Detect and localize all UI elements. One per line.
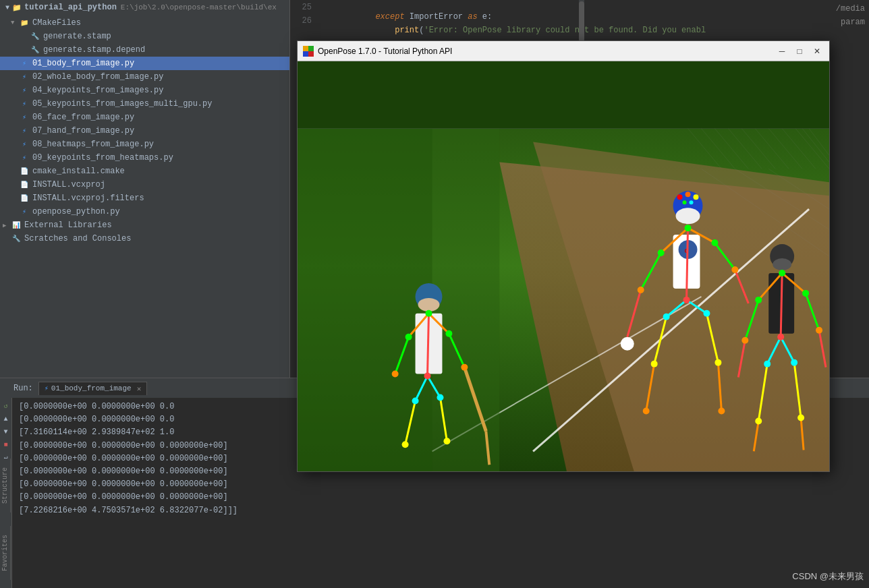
tree-item-install-vcxproj-filters[interactable]: 📄 INSTALL.vcxproj.filters (0, 192, 289, 205)
svg-point-88 (797, 414, 804, 421)
scroll-up-button[interactable]: ▲ (1, 413, 11, 424)
py-icon-openpose: ⚡ (19, 206, 30, 217)
tree-item-07-hand[interactable]: ⚡ 07_hand_from_image.py (0, 124, 289, 138)
py-icon-04: ⚡ (19, 85, 30, 96)
cmake-icon-2: 🔧 (30, 45, 40, 55)
scroll-down-button[interactable]: ▼ (1, 426, 11, 437)
tree-item-cmake-install[interactable]: 📄 cmake_install.cmake (0, 165, 289, 178)
tree-item-05-keypoints-multi[interactable]: ⚡ 05_keypoints_from_images_multi_gpu.py (0, 97, 289, 111)
output-line-9: [7.2268216e+00 4.7503571e+02 6.8322077e-… (19, 504, 862, 517)
structure-tab[interactable]: Structure (0, 459, 11, 512)
collapse-arrow[interactable]: ▼ (5, 4, 9, 11)
line-num-26: 26 (290, 16, 317, 26)
svg-point-45 (621, 337, 634, 351)
py-icon-01: ⚡ (19, 58, 30, 69)
svg-point-79 (779, 270, 785, 276)
favorites-label: Favorites (1, 535, 9, 571)
svg-point-82 (741, 337, 748, 344)
run-tab-close[interactable]: ✕ (137, 384, 142, 393)
svg-point-86 (791, 359, 797, 366)
label-install-vcxproj-filters: INSTALL.vcxproj.filters (32, 194, 144, 203)
label-generate-stamp-depend: generate.stamp.depend (43, 45, 145, 55)
tree-item-04-keypoints[interactable]: ⚡ 04_keypoints_from_images.py (0, 84, 289, 97)
tree-item-06-face[interactable]: ⚡ 06_face_from_image.py (0, 111, 289, 124)
svg-point-52 (663, 314, 670, 320)
sidebar: ▼ 📁 tutorial_api_python E:\job\2.0\openp… (0, 0, 290, 378)
sidebar-scrollbar-thumb[interactable] (579, 1, 584, 42)
tree-item-scratches[interactable]: 🔧 Scratches and Consoles (0, 232, 289, 245)
svg-point-134 (424, 373, 431, 380)
svg-point-85 (764, 361, 770, 368)
tree-item-external-libs[interactable]: ▶ 📊 External Libraries (0, 218, 289, 232)
tree-item-install-vcxproj[interactable]: 📄 INSTALL.vcxproj (0, 178, 289, 192)
svg-point-133 (461, 364, 468, 371)
rerun-button[interactable]: ↺ (1, 401, 11, 411)
svg-point-130 (405, 334, 412, 341)
svg-point-135 (412, 398, 419, 405)
svg-point-87 (755, 417, 762, 424)
tree-item-generate-stamp[interactable]: 🔧 generate.stamp (0, 30, 289, 43)
label-01-body: 01_body_from_image.py (32, 59, 134, 68)
file-icon-install: 📄 (19, 179, 30, 190)
svg-point-50 (731, 266, 738, 273)
maximize-button[interactable]: □ (793, 45, 806, 58)
py-icon-09: ⚡ (19, 152, 30, 163)
svg-point-60 (694, 194, 699, 200)
run-label: Run: (13, 384, 33, 393)
partial-param: param (839, 13, 866, 31)
svg-point-80 (755, 297, 762, 303)
tree-item-cmake-files[interactable]: ▼ 📁 CMakeFiles (0, 16, 289, 30)
svg-rect-3 (308, 51, 314, 57)
window-title: OpenPose 1.7.0 - Tutorial Python API (318, 47, 771, 56)
svg-point-131 (445, 330, 452, 337)
label-04-keypoints: 04_keypoints_from_images.py (32, 86, 163, 95)
svg-line-36 (687, 228, 688, 300)
label-openpose-python: openpose_python.py (32, 207, 120, 216)
close-button[interactable]: ✕ (810, 45, 824, 58)
output-line-7: [0.0000000e+00 0.0000000e+00 0.0000000e+… (19, 478, 862, 491)
folder-icon: 📁 (12, 3, 22, 12)
line-num-25: 25 (290, 3, 317, 12)
label-07: 07_hand_from_image.py (32, 126, 134, 136)
py-icon-05: ⚡ (19, 98, 30, 109)
tree-item-generate-stamp-depend[interactable]: 🔧 generate.stamp.depend (0, 43, 289, 57)
tree-item-openpose-python[interactable]: ⚡ openpose_python.py (0, 205, 289, 218)
stop-button[interactable]: ■ (1, 439, 11, 450)
project-path: E:\job\2.0\openpose-master\build\ex (121, 3, 277, 11)
svg-point-61 (683, 200, 687, 204)
favorites-tab[interactable]: Favorites (0, 526, 11, 580)
svg-point-116 (418, 298, 440, 312)
window-content: C (298, 61, 829, 471)
label-scratches: Scratches and Consoles (24, 234, 131, 243)
minimize-button[interactable]: ─ (775, 45, 789, 58)
watermark: CSDN @未来男孩 (792, 570, 864, 583)
svg-point-129 (426, 310, 432, 317)
svg-point-55 (714, 359, 721, 366)
structure-label: Structure (1, 467, 9, 504)
svg-point-58 (677, 194, 683, 200)
label-generate-stamp: generate.stamp (43, 32, 111, 41)
label-02-whole: 02_whole_body_from_image.py (32, 72, 163, 82)
py-icon-02: ⚡ (19, 71, 30, 82)
label-install-vcxproj: INSTALL.vcxproj (32, 180, 105, 189)
svg-point-53 (703, 310, 710, 317)
cmake-icon-3: 📄 (19, 166, 30, 177)
run-tab[interactable]: ⚡ 01_body_from_image ✕ (38, 382, 147, 395)
svg-point-49 (638, 287, 644, 293)
svg-point-84 (777, 334, 784, 341)
svg-point-138 (443, 438, 450, 444)
tree-item-09-keypoints-heat[interactable]: ⚡ 09_keypoints_from_heatmaps.py (0, 151, 289, 165)
svg-point-137 (402, 441, 409, 448)
label-cmake-install: cmake_install.cmake (32, 167, 125, 176)
py-icon-08: ⚡ (19, 139, 30, 150)
label-08: 08_heatmaps_from_image.py (32, 140, 154, 149)
svg-point-46 (685, 225, 692, 231)
sidebar-header: ▼ 📁 tutorial_api_python E:\job\2.0\openp… (0, 0, 289, 15)
tree-item-01-body[interactable]: ⚡ 01_body_from_image.py (0, 57, 289, 70)
label-05: 05_keypoints_from_images_multi_gpu.py (32, 99, 212, 109)
tree-item-02-whole[interactable]: ⚡ 02_whole_body_from_image.py (0, 70, 289, 84)
output-line-8: [0.0000000e+00 0.0000000e+00 0.0000000e+… (19, 491, 862, 504)
svg-line-122 (428, 314, 429, 376)
svg-point-59 (685, 192, 691, 197)
tree-item-08-heatmaps[interactable]: ⚡ 08_heatmaps_from_image.py (0, 138, 289, 151)
